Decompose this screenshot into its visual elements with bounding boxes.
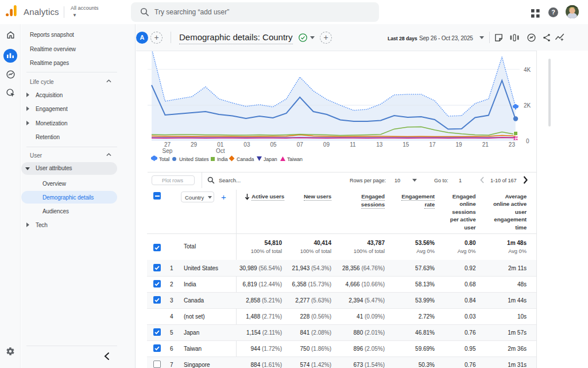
svg-text:0: 0 bbox=[526, 138, 529, 144]
svg-text:05: 05 bbox=[270, 141, 277, 148]
svg-text:Oct: Oct bbox=[216, 148, 225, 154]
svg-text:23: 23 bbox=[509, 141, 516, 148]
svg-text:13: 13 bbox=[376, 141, 383, 148]
svg-text:2K: 2K bbox=[524, 102, 531, 109]
svg-text:Sep: Sep bbox=[163, 148, 173, 154]
svg-text:09: 09 bbox=[323, 141, 330, 148]
svg-text:11: 11 bbox=[350, 141, 356, 148]
svg-text:17: 17 bbox=[429, 141, 436, 148]
svg-text:27: 27 bbox=[164, 141, 171, 148]
svg-text:19: 19 bbox=[456, 141, 463, 148]
svg-text:01: 01 bbox=[217, 141, 224, 148]
svg-text:4K: 4K bbox=[524, 67, 531, 73]
svg-text:15: 15 bbox=[403, 141, 409, 148]
svg-text:03: 03 bbox=[243, 141, 250, 148]
svg-text:29: 29 bbox=[191, 141, 198, 148]
svg-text:07: 07 bbox=[297, 141, 304, 148]
svg-text:21: 21 bbox=[482, 141, 489, 148]
